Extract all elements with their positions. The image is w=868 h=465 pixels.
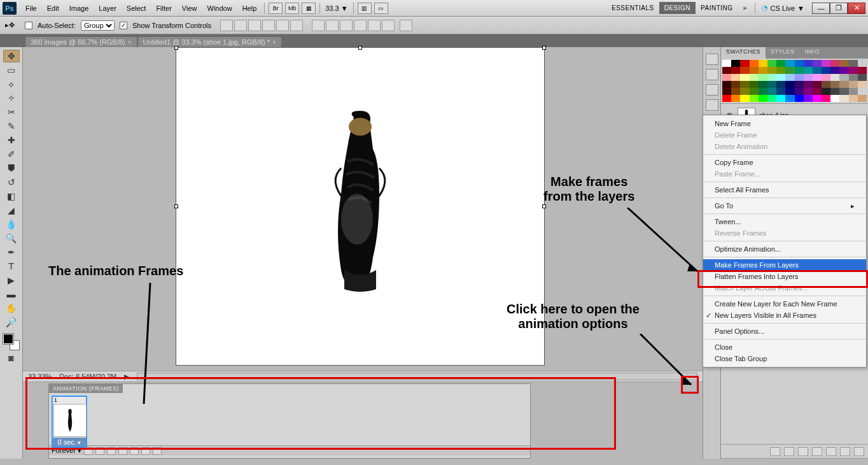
swatch[interactable]: [750, 60, 759, 67]
cslive-button[interactable]: ◔ CS Live▼: [758, 4, 808, 12]
swatch[interactable]: [839, 60, 848, 67]
document-tab-1[interactable]: 360 images @ 66.7% (RGB/8)×: [25, 37, 137, 47]
swatch[interactable]: [804, 67, 813, 74]
lasso-tool[interactable]: ⟡: [3, 78, 20, 90]
history-brush-tool[interactable]: ↺: [3, 176, 20, 189]
menu-panel-options[interactable]: Panel Options...: [703, 326, 866, 337]
swatch[interactable]: [822, 67, 830, 74]
layer-mask-button[interactable]: [798, 447, 808, 456]
swatch[interactable]: [839, 95, 848, 102]
gradient-tool[interactable]: ◢: [3, 204, 20, 217]
swatch[interactable]: [740, 88, 749, 95]
arrange-button[interactable]: ▥: [358, 3, 372, 14]
dock-icon[interactable]: [706, 84, 718, 96]
quickmask-button[interactable]: ◙: [3, 352, 20, 364]
swatch[interactable]: [759, 88, 767, 95]
color-picker[interactable]: [3, 334, 20, 350]
swatch[interactable]: [759, 60, 767, 67]
align-hcenter-button[interactable]: [276, 20, 289, 31]
swatch[interactable]: [750, 74, 759, 81]
auto-select-dropdown[interactable]: Group: [81, 20, 115, 31]
swatch[interactable]: [858, 60, 867, 67]
swatch[interactable]: [759, 81, 767, 88]
status-doc-size[interactable]: Doc: 8.54M/20.2M: [59, 373, 116, 380]
menu-copy-frame[interactable]: Copy Frame: [703, 157, 866, 168]
swatch[interactable]: [785, 81, 794, 88]
swatch[interactable]: [731, 67, 740, 74]
wand-tool[interactable]: ✧: [3, 92, 20, 104]
swatch[interactable]: [858, 88, 867, 95]
dist-right-button[interactable]: [382, 20, 395, 31]
zoom-tool[interactable]: 🔎: [3, 316, 20, 329]
swatch[interactable]: [839, 67, 848, 74]
swatch[interactable]: [722, 60, 731, 67]
swatch[interactable]: [722, 81, 731, 88]
swatch[interactable]: [849, 95, 858, 102]
menu-goto[interactable]: Go To▸: [703, 200, 866, 211]
new-layer-button[interactable]: [840, 447, 850, 456]
swatch[interactable]: [731, 60, 740, 67]
swatch[interactable]: [804, 95, 813, 102]
swatch[interactable]: [813, 81, 822, 88]
layer-style-button[interactable]: [784, 447, 794, 456]
swatch[interactable]: [776, 95, 785, 102]
hand-tool[interactable]: ✋: [3, 302, 20, 315]
document-tab-2[interactable]: Untitled1 @ 33.3% (shoe 1.jpg, RGB/8) *×: [138, 37, 281, 47]
eraser-tool[interactable]: ◧: [3, 190, 20, 203]
animation-frame-1[interactable]: 1 0 sec. ▾: [52, 396, 87, 448]
swatch[interactable]: [813, 95, 822, 102]
dist-vcenter-button[interactable]: [326, 20, 339, 31]
menu-view[interactable]: View: [177, 2, 202, 15]
swatch[interactable]: [804, 60, 813, 67]
swatch[interactable]: [849, 81, 858, 88]
swatch[interactable]: [822, 60, 830, 67]
transform-handle[interactable]: [174, 204, 178, 208]
menu-image[interactable]: Image: [64, 2, 94, 15]
swatch[interactable]: [830, 81, 839, 88]
menu-close[interactable]: Close: [703, 341, 866, 353]
swatch[interactable]: [767, 88, 776, 95]
swatch[interactable]: [795, 95, 804, 102]
shape-tool[interactable]: ▬: [3, 288, 20, 301]
swatch[interactable]: [795, 74, 804, 81]
window-restore-button[interactable]: ❐: [830, 3, 848, 14]
stamp-tool[interactable]: ⛊: [3, 162, 20, 175]
swatch[interactable]: [759, 74, 767, 81]
menu-select-all-frames[interactable]: Select All Frames: [703, 184, 866, 196]
animation-panel-tab[interactable]: ANIMATION (FRAMES): [49, 384, 123, 393]
swatch[interactable]: [804, 81, 813, 88]
swatch[interactable]: [813, 67, 822, 74]
swatch[interactable]: [740, 74, 749, 81]
swatch[interactable]: [813, 88, 822, 95]
menu-edit[interactable]: Edit: [42, 2, 64, 15]
swatch[interactable]: [822, 95, 830, 102]
status-zoom[interactable]: 33.33%: [28, 373, 52, 380]
eyedropper-tool[interactable]: ✎: [3, 120, 20, 132]
window-close-button[interactable]: ✕: [848, 3, 865, 14]
swatch[interactable]: [858, 67, 867, 74]
swatch[interactable]: [795, 60, 804, 67]
swatch[interactable]: [750, 88, 759, 95]
marquee-tool[interactable]: ▭: [3, 64, 20, 76]
menu-filter[interactable]: Filter: [151, 2, 176, 15]
swatch[interactable]: [849, 60, 858, 67]
swatch[interactable]: [740, 95, 749, 102]
swatch[interactable]: [849, 74, 858, 81]
swatch[interactable]: [759, 67, 767, 74]
swatch[interactable]: [830, 74, 839, 81]
swatch[interactable]: [858, 95, 867, 102]
brush-tool[interactable]: ✐: [3, 148, 20, 161]
dist-left-button[interactable]: [354, 20, 367, 31]
zoom-level[interactable]: 33.3 ▼: [325, 4, 347, 12]
delete-frame-button[interactable]: [153, 447, 162, 455]
menu-make-frames-from-layers[interactable]: Make Frames From Layers: [703, 259, 866, 271]
swatch-grid[interactable]: [721, 59, 868, 103]
swatch[interactable]: [750, 81, 759, 88]
dock-icon[interactable]: [706, 99, 718, 111]
duplicate-frame-button[interactable]: [141, 447, 150, 455]
swatch[interactable]: [830, 95, 839, 102]
swatch[interactable]: [767, 67, 776, 74]
delete-layer-button[interactable]: [854, 447, 864, 456]
swatch[interactable]: [830, 60, 839, 67]
transform-handle[interactable]: [174, 46, 178, 50]
